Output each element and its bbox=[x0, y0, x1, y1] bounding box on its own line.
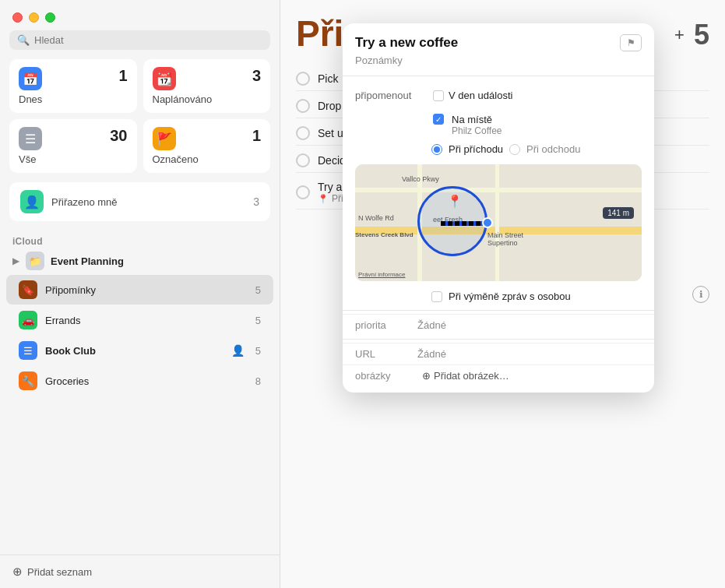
close-button[interactable] bbox=[12, 12, 23, 23]
sidebar-item-pripominky[interactable]: 🔖 Připomínky 5 bbox=[6, 275, 273, 305]
pri-prichodu-label: Při příchodu bbox=[449, 143, 503, 155]
remind-section: připomenout V den události bbox=[343, 79, 654, 111]
icloud-section-label: iCloud bbox=[0, 233, 55, 250]
traffic-lights bbox=[0, 0, 280, 30]
event-planning-icon: 📁 bbox=[26, 252, 44, 270]
vallco-pkwy-label: Vallco Pkwy bbox=[402, 175, 439, 183]
reminder-text-5: Try a bbox=[318, 181, 343, 193]
na-miste-section: Na místě Philz Coffee bbox=[343, 111, 654, 139]
pri-odchodu-radio[interactable] bbox=[509, 144, 520, 155]
assigned-count: 3 bbox=[253, 195, 259, 208]
reminder-text-4: Decid bbox=[318, 154, 346, 167]
detail-header: Try a new coffee ⚑ bbox=[343, 23, 654, 55]
na-miste-checkbox[interactable] bbox=[433, 114, 444, 125]
dnes-icon: 📅 bbox=[19, 67, 42, 90]
search-bar[interactable]: 🔍 bbox=[9, 30, 270, 50]
sidebar-item-groceries[interactable]: 🔧 Groceries 8 bbox=[6, 366, 273, 396]
sidebar-item-event-planning-group[interactable]: ▶ 📁 Event Planning bbox=[0, 248, 280, 274]
divider-2 bbox=[343, 310, 654, 311]
search-icon: 🔍 bbox=[17, 34, 30, 46]
flag-button[interactable]: ⚑ bbox=[620, 34, 642, 51]
search-input[interactable] bbox=[34, 34, 262, 46]
add-reminder-button[interactable]: + bbox=[674, 25, 685, 45]
add-list-label: Přidat seznam bbox=[27, 566, 92, 578]
exchange-row: Při výměně zpráv s osobou bbox=[343, 286, 654, 307]
assigned-to-me[interactable]: 👤 Přiřazeno mně 3 bbox=[9, 182, 270, 221]
destination-pin: 📍 bbox=[447, 194, 463, 209]
maximize-button[interactable] bbox=[45, 12, 55, 23]
divider-3 bbox=[343, 339, 654, 340]
images-label: obrázky bbox=[355, 370, 417, 382]
reminder-text-1: Pick bbox=[318, 72, 338, 85]
groceries-icon: 🔧 bbox=[19, 371, 37, 390]
location-icon: 📍 bbox=[318, 194, 329, 204]
remind-row: připomenout V den události bbox=[355, 86, 642, 105]
legal-info-link[interactable]: Právní informace bbox=[358, 271, 405, 278]
map-background: Vallco Pkwy N Wolfe Rd eet Fresh Main St… bbox=[355, 164, 642, 281]
images-row: obrázky ⊕ Přidat obrázek… bbox=[343, 364, 654, 393]
priority-value: Žádné bbox=[417, 319, 446, 331]
pripominky-label: Připomínky bbox=[45, 284, 248, 296]
book-club-avatar-icon: 👤 bbox=[231, 344, 245, 357]
remind-label: připomenout bbox=[355, 90, 425, 101]
plus-circle-icon: ⊕ bbox=[422, 370, 431, 382]
oznaceno-icon: 🚩 bbox=[153, 127, 176, 150]
book-club-icon: ☰ bbox=[19, 341, 37, 360]
reminder-text-2: Drop bbox=[318, 100, 341, 112]
v-den-udalosti-checkbox[interactable] bbox=[433, 90, 444, 101]
map-container[interactable]: Vallco Pkwy N Wolfe Rd eet Fresh Main St… bbox=[355, 164, 642, 281]
reminder-checkbox-1[interactable] bbox=[296, 72, 310, 86]
map-road-v2 bbox=[495, 164, 499, 281]
pripominky-icon: 🔖 bbox=[19, 280, 37, 299]
chevron-right-icon: ▶ bbox=[12, 255, 19, 266]
exchange-checkbox[interactable] bbox=[431, 291, 442, 302]
book-club-count: 5 bbox=[255, 345, 261, 357]
groceries-count: 8 bbox=[255, 375, 261, 387]
detail-title: Try a new coffee bbox=[355, 35, 458, 51]
pripominky-count: 5 bbox=[255, 284, 261, 296]
reminder-count: 5 bbox=[694, 19, 709, 51]
info-icon[interactable]: ℹ bbox=[692, 286, 709, 303]
add-image-button[interactable]: ⊕ Přidat obrázek… bbox=[422, 370, 509, 382]
main-street-label: Main StreetSupertino bbox=[487, 231, 523, 247]
main-content: Přip + 5 Pick Drop Set u Decid Try a bbox=[280, 0, 725, 588]
minimize-button[interactable] bbox=[29, 12, 39, 23]
event-planning-label: Event Planning bbox=[51, 255, 124, 267]
vse-label: Vše bbox=[19, 153, 128, 165]
reminder-checkbox-4[interactable] bbox=[296, 153, 310, 167]
distance-badge: 141 m bbox=[603, 207, 634, 219]
add-list-button[interactable]: ⊕ Přidat seznam bbox=[0, 555, 280, 588]
priority-label: priorita bbox=[355, 319, 417, 331]
oznaceno-label: Označeno bbox=[153, 153, 262, 165]
reminder-text-3: Set u bbox=[318, 127, 343, 139]
pri-odchodu-label: Při odchodu bbox=[526, 143, 580, 155]
vse-icon: ☰ bbox=[19, 127, 42, 150]
arrival-row: Při příchodu Při odchodu bbox=[343, 139, 654, 160]
sidebar-item-errands[interactable]: 🚗 Errands 5 bbox=[6, 305, 273, 335]
smart-list-oznaceno[interactable]: 🚩 1 Označeno bbox=[143, 119, 271, 173]
smart-list-naplanovano[interactable]: 📆 3 Naplánováno bbox=[143, 59, 271, 113]
remind-v-den-row: V den události bbox=[433, 90, 512, 101]
list-items: iCloud ▶ 📁 Event Planning 🔖 Připomínky 5… bbox=[0, 231, 280, 555]
add-image-btn-label: Přidat obrázek… bbox=[434, 370, 509, 382]
errands-count: 5 bbox=[255, 315, 261, 326]
smart-list-dnes[interactable]: 📅 1 Dnes bbox=[9, 59, 137, 113]
pri-prichodu-radio[interactable] bbox=[431, 144, 442, 155]
dnes-count: 1 bbox=[118, 67, 127, 85]
naplanovano-count: 3 bbox=[252, 67, 261, 85]
divider-1 bbox=[343, 76, 654, 76]
groceries-label: Groceries bbox=[45, 375, 248, 387]
plus-icon: ⊕ bbox=[12, 565, 23, 579]
reminder-checkbox-3[interactable] bbox=[296, 126, 310, 140]
book-club-label: Book Club bbox=[45, 345, 223, 357]
vse-count: 30 bbox=[110, 127, 127, 145]
na-miste-row: Na místě Philz Coffee bbox=[355, 111, 642, 139]
reminder-checkbox-2[interactable] bbox=[296, 99, 310, 113]
reminder-checkbox-5[interactable] bbox=[296, 185, 310, 199]
smart-list-vse[interactable]: ☰ 30 Vše bbox=[9, 119, 137, 173]
detail-notes[interactable]: Poznámky bbox=[343, 55, 654, 72]
sidebar-item-book-club[interactable]: ☰ Book Club 👤 5 bbox=[6, 336, 273, 365]
na-miste-info: Na místě Philz Coffee bbox=[452, 114, 502, 136]
assigned-label: Přiřazeno mně bbox=[51, 196, 118, 208]
stevens-creek-label: Stevens Creek Blvd bbox=[355, 231, 414, 238]
